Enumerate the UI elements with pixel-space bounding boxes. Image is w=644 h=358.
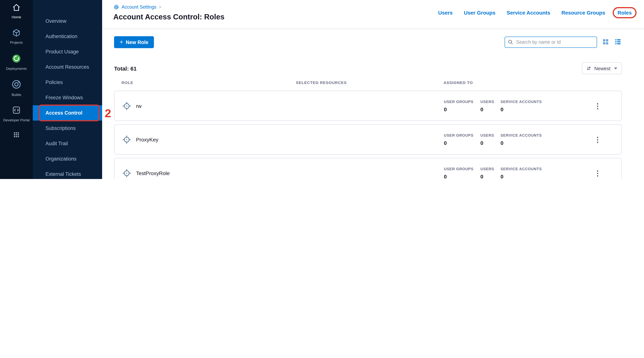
column-header-selected-resources: SELECTED RESOURCES [296, 80, 347, 85]
sidebar-item-label: Freeze Windows [46, 95, 83, 100]
stat-value: 0 [480, 173, 494, 179]
search-input[interactable] [504, 37, 597, 48]
sidebar-item-freeze-windows[interactable]: Freeze Windows [33, 90, 102, 105]
stat-label: USER GROUPS [444, 99, 474, 104]
stat-label: USER GROUPS [444, 167, 474, 171]
sidebar-item-account-resources[interactable]: Account Resources [33, 59, 102, 75]
settings-gear-icon [113, 4, 119, 10]
role-cell: TestProxyRole [122, 158, 170, 179]
rail-item-label: Deployments [6, 66, 27, 71]
total-row: Total: 61 Newest [114, 62, 622, 74]
sidebar-item-label: External Tickets [46, 171, 81, 177]
sidebar-item-label: Overview [46, 18, 66, 24]
role-name: rw [136, 103, 142, 109]
role-identity: TestProxyRole [122, 168, 170, 178]
sidebar-item-organizations[interactable]: Organizations [33, 151, 102, 166]
header-tabs: UsersUser GroupsService AccountsResource… [438, 10, 633, 16]
list-view-button[interactable] [614, 38, 622, 47]
app-root: HomeProjectsDeploymentsBuildsDeveloper P… [0, 0, 644, 179]
column-header-assigned-to: ASSIGNED TO [444, 80, 473, 85]
rail-item-home[interactable]: Home [2, 3, 31, 20]
annotation-step-2: 2 [105, 107, 111, 120]
sidebar-item-label: Policies [46, 80, 63, 85]
sidebar-item-authentication[interactable]: Authentication [33, 29, 102, 44]
stat-value: 0 [444, 140, 474, 146]
role-cell: rw [122, 91, 142, 121]
stat-service-accounts: SERVICE ACCOUNTS0 [500, 99, 542, 112]
role-rows: rwUSER GROUPS0USERS0SERVICE ACCOUNTS0⋮Pr… [114, 91, 622, 179]
row-menu-kebab-icon[interactable]: ⋮ [592, 134, 604, 144]
role-target-icon [122, 168, 132, 178]
tab-roles[interactable]: Roles [613, 7, 636, 18]
sidebar-item-label: Access Control [46, 110, 82, 116]
sort-value: Newest [594, 66, 610, 71]
sidebar-item-label: Subscriptions [46, 125, 76, 131]
stat-service-accounts: SERVICE ACCOUNTS0 [500, 133, 542, 146]
column-headers: ROLESELECTED RESOURCESASSIGNED TO [114, 80, 622, 86]
stat-label: SERVICE ACCOUNTS [500, 167, 542, 171]
grid-view-button[interactable] [602, 38, 609, 47]
main-content: Account Settings > Account Access Contro… [102, 0, 644, 179]
role-identity: rw [122, 101, 142, 111]
sort-dropdown[interactable]: Newest [582, 62, 622, 74]
stat-users: USERS0 [480, 167, 494, 179]
sort-arrows-icon [586, 66, 591, 71]
new-role-label: New Role [126, 39, 148, 45]
stat-users: USERS0 [480, 99, 494, 112]
stat-user-groups: USER GROUPS0 [444, 133, 474, 146]
sidebar-item-label: Authentication [46, 34, 77, 39]
stat-value: 0 [480, 106, 494, 112]
stat-value: 0 [444, 106, 474, 112]
sidebar-item-overview[interactable]: Overview [33, 14, 102, 29]
role-target-icon [122, 135, 132, 144]
deployments-icon [12, 54, 21, 64]
tab-service-accounts[interactable]: Service Accounts [507, 10, 550, 16]
developer-portal-icon [12, 106, 21, 116]
sidebar-item-label: Product Usage [46, 49, 79, 55]
sidebar-item-subscriptions[interactable]: Subscriptions [33, 121, 102, 136]
stat-label: SERVICE ACCOUNTS [500, 133, 542, 137]
sidebar-item-policies[interactable]: Policies [33, 75, 102, 90]
role-name: TestProxyRole [136, 170, 170, 176]
roles-list: ROLESELECTED RESOURCESASSIGNED TO rwUSER… [114, 80, 622, 179]
rail-item-label: Projects [10, 40, 23, 45]
sidebar-item-audit-trail[interactable]: Audit Trail [33, 136, 102, 151]
tab-user-groups[interactable]: User Groups [464, 10, 496, 16]
role-cell: ProxyKey [122, 125, 158, 154]
module-rail: HomeProjectsDeploymentsBuildsDeveloper P… [0, 0, 33, 179]
stat-label: USERS [480, 99, 494, 104]
settings-sidebar: OverviewAuthenticationProduct UsageAccou… [33, 0, 102, 179]
stat-user-groups: USER GROUPS0 [444, 99, 474, 112]
row-menu-kebab-icon[interactable]: ⋮ [592, 168, 604, 178]
rail-item-deployments[interactable]: Deployments [2, 54, 31, 71]
sidebar-item-external-tickets[interactable]: External Tickets [33, 166, 102, 179]
rail-item-projects[interactable]: Projects [2, 28, 31, 45]
sidebar-item-label: Account Resources [46, 64, 89, 70]
sidebar-item-label: Organizations [46, 156, 76, 162]
sidebar-item-product-usage[interactable]: Product Usage [33, 44, 102, 59]
new-role-button[interactable]: + New Role [114, 36, 154, 48]
stat-value: 0 [500, 106, 542, 112]
role-row-proxykey[interactable]: ProxyKeyUSER GROUPS0USERS0SERVICE ACCOUN… [114, 124, 622, 154]
modules-icon [13, 131, 20, 139]
rail-item-builds[interactable]: Builds [2, 80, 31, 97]
stat-label: USERS [480, 167, 494, 171]
rail-item-modules[interactable] [2, 131, 31, 139]
breadcrumb-link[interactable]: Account Settings [122, 5, 156, 10]
tab-resource-groups[interactable]: Resource Groups [562, 10, 605, 16]
row-menu-kebab-icon[interactable]: ⋮ [592, 101, 604, 111]
tab-users[interactable]: Users [438, 10, 453, 16]
stat-users: USERS0 [480, 133, 494, 146]
sidebar-item-access-control[interactable]: Access Control [33, 105, 102, 121]
role-row-rw[interactable]: rwUSER GROUPS0USERS0SERVICE ACCOUNTS0⋮ [114, 91, 622, 121]
rail-item-developer-portal[interactable]: Developer Portal [2, 106, 31, 122]
role-target-icon [122, 101, 132, 111]
stat-label: USERS [480, 133, 494, 137]
list-view-icon [614, 38, 622, 47]
stat-label: USER GROUPS [444, 133, 474, 137]
chevron-down-icon [614, 67, 617, 69]
role-identity: ProxyKey [122, 135, 158, 144]
rail-item-label: Builds [12, 92, 21, 97]
role-row-testproxyrole[interactable]: TestProxyRoleUSER GROUPS0USERS0SERVICE A… [114, 158, 622, 179]
breadcrumb: Account Settings > [113, 4, 644, 10]
